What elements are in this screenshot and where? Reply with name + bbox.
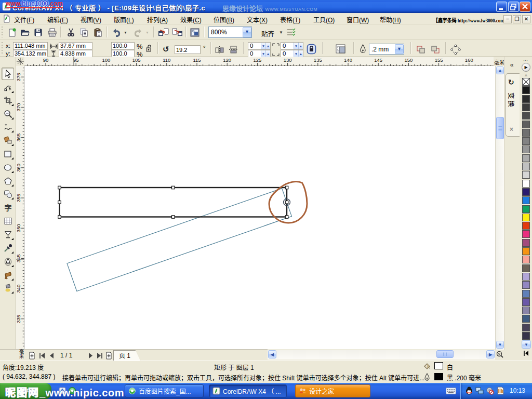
toolbar-grip[interactable]	[2, 26, 3, 37]
mdi-restore-button[interactable]: ❐	[513, 15, 521, 23]
menu-t[interactable]: 表格(T)	[280, 15, 300, 24]
close-button[interactable]	[520, 2, 530, 12]
ruler-origin[interactable]	[16, 57, 24, 66]
propbar-grip[interactable]	[2, 42, 3, 54]
taskbar-button-2[interactable]: CorelDRAW X4 （ ...	[209, 384, 287, 397]
selection-handle[interactable]	[58, 216, 61, 219]
palette-drag-dots[interactable]: ⋯	[523, 58, 528, 63]
tray-network-icon[interactable]	[475, 387, 484, 395]
freehand-flyout-arrow[interactable]	[11, 130, 14, 132]
swatch-f8a49a[interactable]	[522, 256, 530, 263]
menu-a[interactable]: 排列(A)	[147, 15, 168, 24]
palette-scroll-up[interactable]: ▲	[522, 71, 530, 78]
rotated-preview-outline[interactable]	[67, 189, 291, 291]
mirror-horizontal-icon[interactable]	[215, 45, 225, 54]
swatch-838383[interactable]	[522, 137, 530, 145]
zoom-level-combo[interactable]: 800% ▼	[208, 26, 252, 38]
crop-flyout-arrow[interactable]	[11, 104, 14, 106]
minimize-button[interactable]	[496, 2, 507, 12]
outline-pen-tool[interactable]	[2, 255, 14, 268]
selection-handle[interactable]	[172, 186, 175, 189]
selection-handle[interactable]	[58, 201, 61, 204]
menu-b[interactable]: 位图(B)	[214, 15, 234, 24]
corner-radius-tl-spinner[interactable]: 0▼▲	[248, 42, 271, 50]
ellipse-tool[interactable]	[2, 161, 14, 174]
tray-blocked-icon[interactable]	[486, 387, 494, 395]
export-icon[interactable]	[171, 26, 183, 38]
selected-rectangle[interactable]	[60, 188, 287, 217]
swatch-6080b8[interactable]	[522, 290, 530, 298]
swatch-707070[interactable]	[522, 129, 530, 137]
redo-dropdown-arrow[interactable]: ▼	[145, 31, 150, 35]
taskbar-button-1[interactable]: 百度图片搜索_国...	[125, 384, 204, 397]
horizontal-scroll-thumb[interactable]	[436, 350, 454, 358]
polygon-flyout-arrow[interactable]	[11, 184, 14, 187]
tray-qq-icon[interactable]	[465, 387, 473, 395]
corner-radius-tr-spinner[interactable]: 0▼▲	[281, 42, 303, 50]
menu-l[interactable]: 版面(L)	[114, 15, 134, 24]
lock-ratio-icon[interactable]	[145, 44, 152, 52]
selection-handle[interactable]	[285, 216, 288, 219]
paste-icon[interactable]	[91, 26, 104, 38]
scroll-down-button[interactable]: ▼	[496, 341, 504, 349]
selection-handle[interactable]	[285, 186, 288, 189]
crop-tool[interactable]	[2, 94, 14, 107]
swatch-a34a7d[interactable]	[522, 239, 530, 247]
input-method-keyboard-icon[interactable]	[446, 387, 456, 395]
smart-fill-tool[interactable]	[2, 134, 14, 147]
swatch-e23a10[interactable]	[522, 222, 530, 230]
zoom-flyout-arrow[interactable]	[11, 117, 14, 119]
copy-icon[interactable]	[77, 26, 90, 38]
eyedropper-tool[interactable]	[2, 242, 14, 254]
last-page-button[interactable]	[95, 351, 104, 360]
vertical-ruler[interactable]: 375370365360355350345340335	[16, 66, 24, 349]
swatch-9287c2[interactable]	[522, 281, 530, 289]
interactive-fill-tool[interactable]	[2, 282, 14, 294]
menu-v[interactable]: 视图(V)	[81, 15, 101, 24]
quick-zoom-button[interactable]	[496, 350, 504, 360]
snap-to-button[interactable]: 贴齐	[261, 29, 274, 38]
drawing-canvas[interactable]	[24, 66, 495, 349]
swatch-ea2f7f[interactable]	[522, 230, 530, 238]
menu-e[interactable]: 编辑(E)	[47, 15, 68, 24]
save-icon[interactable]	[32, 26, 44, 38]
add-page-right-button[interactable]	[104, 351, 113, 360]
ellipse-flyout-arrow[interactable]	[11, 171, 14, 173]
selection-handle[interactable]	[285, 201, 288, 204]
import-icon[interactable]	[157, 26, 170, 38]
outline-combo-dropdown[interactable]: ▼	[395, 44, 404, 54]
swatch-494358[interactable]	[522, 324, 530, 331]
swatch-ffffff[interactable]	[522, 180, 530, 188]
shape-flyout-arrow[interactable]	[11, 91, 14, 93]
scroll-right-button[interactable]: ▶	[486, 350, 495, 358]
mirror-vertical-icon[interactable]	[229, 45, 239, 54]
x-position-field[interactable]: 111.048 mm	[13, 42, 48, 50]
rotation-angle-field[interactable]: 19.2	[175, 45, 201, 54]
menu-o[interactable]: 工具(O)	[313, 15, 335, 24]
redo-icon[interactable]	[132, 26, 144, 38]
outline-pen-flyout-arrow[interactable]	[11, 265, 14, 267]
horizontal-ruler[interactable]: 9095100105110115120125130135140145150155…	[24, 57, 494, 66]
menu-w[interactable]: 窗口(W)	[347, 15, 369, 24]
to-back-icon[interactable]	[430, 45, 441, 54]
docker-collapse-button[interactable]: «	[506, 60, 517, 71]
table-tool[interactable]	[2, 215, 14, 227]
swatch-8a84a8[interactable]	[522, 307, 530, 314]
swatch-f59413[interactable]	[522, 247, 530, 255]
docker-close-icon[interactable]: ×	[510, 126, 513, 133]
swatch-fdee10[interactable]	[522, 214, 530, 221]
shape-tool[interactable]	[2, 81, 14, 94]
swatch-10a060[interactable]	[522, 205, 530, 213]
launcher-icon[interactable]	[189, 26, 201, 38]
object-width-field[interactable]: 37.67 mm	[59, 42, 92, 50]
horizontal-scrollbar[interactable]: ◀ ▶	[268, 350, 495, 360]
tray-document-icon[interactable]	[496, 387, 504, 395]
mdi-minimize-button[interactable]: –	[503, 15, 512, 23]
interactive-fill-flyout-arrow[interactable]	[11, 291, 14, 294]
cut-icon[interactable]	[64, 26, 77, 38]
basic-shapes-flyout-arrow[interactable]	[11, 197, 14, 200]
swatch-no-color[interactable]	[522, 78, 530, 86]
convert-to-curves-icon[interactable]	[450, 44, 461, 55]
fill-flyout-arrow[interactable]	[11, 278, 14, 281]
prev-page-button[interactable]	[47, 351, 56, 360]
